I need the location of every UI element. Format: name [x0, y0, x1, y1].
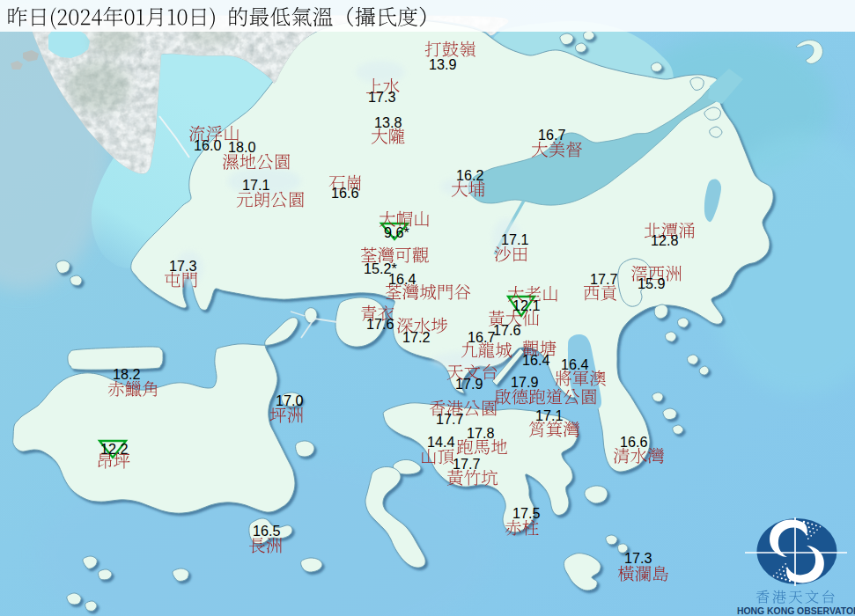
svg-text:15.9: 15.9: [638, 275, 666, 291]
svg-text:14.4: 14.4: [427, 434, 455, 450]
svg-text:17.1: 17.1: [535, 407, 564, 423]
svg-text:17.5: 17.5: [512, 505, 541, 521]
svg-text:13.9: 13.9: [429, 56, 457, 72]
svg-text:16.4: 16.4: [388, 271, 416, 287]
svg-text:17.0: 17.0: [276, 392, 304, 408]
svg-text:17.7: 17.7: [436, 411, 464, 427]
svg-text:17.9: 17.9: [455, 376, 483, 392]
svg-text:17.7: 17.7: [590, 271, 618, 287]
svg-text:17.2: 17.2: [402, 329, 431, 345]
svg-text:17.6: 17.6: [366, 316, 394, 332]
svg-text:17.9: 17.9: [511, 374, 539, 390]
svg-text:17.3: 17.3: [624, 550, 652, 566]
svg-text:12.8: 12.8: [651, 232, 679, 248]
svg-text:16.2: 16.2: [456, 167, 484, 183]
svg-text:17.7: 17.7: [453, 456, 481, 472]
svg-text:9.6*: 9.6*: [384, 224, 410, 240]
svg-text:17.1: 17.1: [501, 231, 529, 247]
svg-text:HONG KONG OBSERVATORY: HONG KONG OBSERVATORY: [737, 606, 855, 616]
svg-text:16.4: 16.4: [561, 356, 589, 372]
svg-text:17.3: 17.3: [368, 89, 396, 105]
svg-text:18.2: 18.2: [113, 366, 141, 382]
svg-text:17.3: 17.3: [169, 258, 197, 274]
svg-text:16.0: 16.0: [194, 137, 222, 153]
svg-text:18.0: 18.0: [228, 139, 256, 155]
svg-text:17.8: 17.8: [467, 425, 495, 441]
svg-text:16.7: 16.7: [468, 329, 496, 345]
svg-text:16.7: 16.7: [538, 127, 566, 143]
svg-text:16.5: 16.5: [253, 523, 281, 539]
svg-text:16.6: 16.6: [620, 434, 648, 450]
svg-text:12.1: 12.1: [512, 297, 541, 313]
svg-text:16.6: 16.6: [331, 185, 359, 201]
svg-text:13.8: 13.8: [374, 114, 402, 130]
svg-text:16.4: 16.4: [522, 352, 550, 368]
svg-text:12.2: 12.2: [100, 441, 129, 457]
svg-text:17.6: 17.6: [493, 322, 521, 338]
svg-text:17.1: 17.1: [242, 177, 270, 193]
